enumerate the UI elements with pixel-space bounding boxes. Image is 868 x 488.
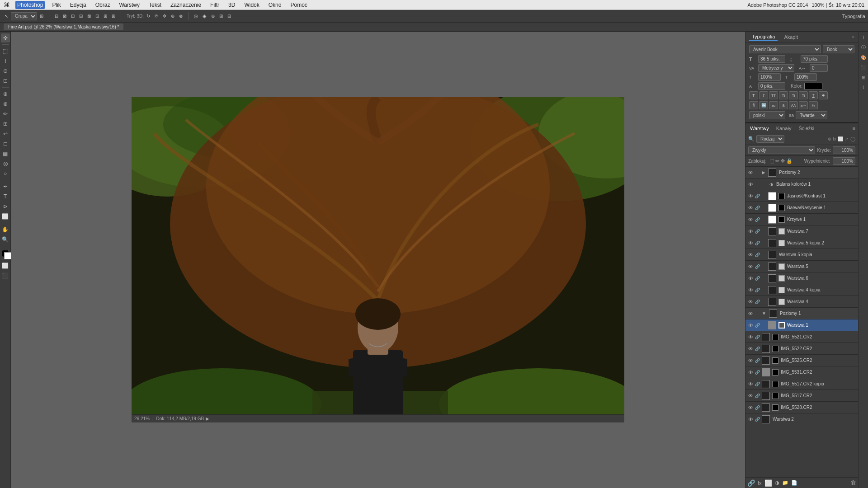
language-select[interactable]: polski — [749, 111, 785, 119]
menu-pomoc[interactable]: Pomoc — [288, 1, 309, 9]
eyedropper-tool[interactable]: ⊕ — [1, 89, 10, 99]
layer-item[interactable]: 👁 🔗 Warstwa 2 — [745, 413, 858, 425]
ordinal-btn[interactable]: ao — [769, 101, 778, 109]
visibility-icon[interactable]: 👁 — [747, 228, 754, 235]
menu-3d[interactable]: 3D — [226, 1, 237, 9]
heal-tool[interactable]: ⊗ — [1, 99, 10, 108]
tracking-input[interactable] — [810, 64, 828, 72]
menu-edycja[interactable]: Edycja — [68, 1, 88, 9]
visibility-icon[interactable]: 👁 — [747, 357, 754, 364]
dodge-tool[interactable]: ○ — [1, 169, 10, 178]
visibility-icon[interactable]: 👁 — [747, 299, 754, 305]
align-top-btn[interactable]: ⊟ — [77, 13, 85, 19]
panel-icon-color[interactable]: 🎨 — [859, 53, 868, 61]
tab-kanaly[interactable]: Kanały — [774, 125, 793, 132]
add-adjustment-btn[interactable]: ◑ — [775, 480, 779, 486]
lock-paint-icon[interactable]: ✏ — [775, 158, 779, 164]
opacity-input[interactable] — [833, 146, 855, 154]
font-family-select[interactable]: Avenir Book — [749, 45, 821, 53]
visibility-icon[interactable]: 👁 — [747, 216, 754, 223]
panel-icon-paths[interactable]: ⌇ — [859, 83, 868, 91]
filter-icon-1[interactable]: ⊕ — [828, 136, 831, 141]
gradient-tool[interactable]: ▦ — [1, 149, 10, 158]
tab-sciezki[interactable]: Ścieżki — [797, 125, 816, 132]
visibility-icon[interactable]: 👁 — [747, 205, 754, 211]
delete-layer-btn[interactable]: 🗑 — [850, 479, 856, 486]
layer-item[interactable]: 👁 🔗 Warstwa 4 — [745, 296, 858, 308]
extra-btn-1[interactable]: ◎ — [192, 13, 200, 19]
contextual-btn[interactable]: a→ — [799, 101, 808, 109]
layer-item[interactable]: 👁 ◑ Balans kolorów 1 — [745, 178, 858, 190]
filter-icon-3[interactable]: ⬜ — [838, 136, 843, 141]
lock-move-icon[interactable]: ✥ — [781, 158, 785, 164]
panel-icon-info[interactable]: ⓘ — [859, 43, 868, 52]
tab-warstwy[interactable]: Warstwy — [748, 125, 771, 132]
quick-select-tool[interactable]: ⊙ — [1, 66, 10, 75]
doc-info-arrow[interactable]: ▶ — [206, 416, 209, 421]
kerning-select[interactable]: Metryczny — [758, 64, 794, 72]
clone-tool[interactable]: ⊞ — [1, 119, 10, 128]
lasso-tool[interactable]: ⌇ — [1, 56, 10, 66]
marquee-tool[interactable]: ⬚ — [1, 47, 10, 56]
layers-panel-menu[interactable]: ≡ — [853, 126, 855, 131]
visibility-icon[interactable]: 👁 — [747, 263, 754, 270]
3d-roll-btn[interactable]: ⟳ — [153, 13, 160, 19]
layer-item[interactable]: 👁 🔗 Warstwa 7 — [745, 225, 858, 237]
visibility-icon[interactable]: 👁 — [747, 169, 754, 176]
layer-item[interactable]: 👁 🔗 Warstwa 5 — [745, 261, 858, 272]
layer-item[interactable]: 👁 🔗 Warstwa 5 kopia 2 — [745, 237, 858, 249]
layer-item[interactable]: 👁 🔗 IMG_5521.CR2 — [745, 331, 858, 343]
text-tool[interactable]: T — [1, 192, 10, 201]
add-style-btn[interactable]: fx — [758, 480, 762, 486]
new-group-btn[interactable]: 📁 — [782, 480, 788, 486]
visibility-icon[interactable]: 👁 — [747, 310, 754, 317]
extra-btn-4[interactable]: ⊞ — [217, 13, 225, 19]
layer-item[interactable]: 👁 🔗 IMG_5528.CR2 — [745, 402, 858, 413]
lock-all-icon[interactable]: 🔒 — [786, 158, 793, 164]
panel-icon-layers[interactable]: ⊞ — [859, 73, 868, 81]
visibility-icon[interactable]: 👁 — [747, 252, 754, 258]
auto-select-btn[interactable]: ↖ — [3, 13, 10, 19]
caps-btn[interactable]: TT — [769, 91, 778, 99]
eraser-tool[interactable]: ◻ — [1, 139, 10, 148]
strikethrough-btn[interactable]: T — [819, 91, 828, 99]
align-center-h-btn[interactable]: ⊠ — [61, 13, 68, 19]
quick-mask-btn[interactable]: ⬜ — [1, 261, 10, 270]
menu-okno[interactable]: Okno — [267, 1, 283, 9]
add-mask-btn[interactable]: ⬜ — [764, 479, 772, 487]
layer-item[interactable]: 👁 ▼ Poziomy 1 — [745, 308, 858, 319]
group-arrow[interactable]: ▶ — [762, 170, 765, 175]
apple-menu[interactable]: ⌘ — [4, 1, 10, 9]
visibility-icon[interactable]: 👁 — [747, 322, 754, 328]
oldstyle-btn[interactable]: 🔤 — [759, 101, 768, 109]
layer-item[interactable]: 👁 🔗 IMG_5531.CR2 — [745, 366, 858, 378]
smallcaps-btn[interactable]: Tt — [779, 91, 788, 99]
blur-tool[interactable]: ◎ — [1, 159, 10, 168]
align-bottom-btn[interactable]: ⊡ — [94, 13, 101, 19]
layer-item[interactable]: 👁 🔗 IMG_5517.CR2 kopia — [745, 378, 858, 390]
menu-plik[interactable]: Plik — [50, 1, 62, 9]
show-transform-btn[interactable]: ⊞ — [38, 13, 45, 19]
blend-mode-select[interactable]: Zwykły — [748, 146, 815, 154]
select-type-select[interactable]: Grupa — [11, 12, 37, 20]
link-layers-btn[interactable]: 🔗 — [747, 479, 755, 487]
layer-item[interactable]: 👁 🔗 Warstwa 5 kopia — [745, 249, 858, 261]
lock-transparent-icon[interactable]: ⬚ — [769, 158, 774, 164]
fraction-btn[interactable]: ½ — [809, 101, 818, 109]
visibility-icon[interactable]: 👁 — [747, 275, 754, 282]
new-layer-btn[interactable]: 📄 — [791, 480, 797, 486]
scale-h-input[interactable] — [758, 73, 781, 81]
text-color-swatch[interactable] — [804, 83, 822, 90]
menu-photoshop[interactable]: Photoshop — [15, 1, 45, 9]
italic-btn[interactable]: T — [759, 91, 768, 99]
canvas-image[interactable] — [132, 97, 624, 422]
screen-mode-btn[interactable]: ⬛ — [1, 271, 10, 280]
font-size-input[interactable] — [758, 55, 785, 63]
sub-btn[interactable]: Tt — [799, 91, 808, 99]
visibility-icon[interactable]: 👁 — [747, 334, 754, 340]
brush-tool[interactable]: ✏ — [1, 109, 10, 118]
hand-tool[interactable]: ✋ — [1, 225, 10, 234]
visibility-icon[interactable]: 👁 — [747, 181, 754, 188]
layer-item[interactable]: 👁 🔗 Warstwa 4 kopia — [745, 284, 858, 296]
filter-icon-4[interactable]: ↗ — [844, 136, 848, 141]
